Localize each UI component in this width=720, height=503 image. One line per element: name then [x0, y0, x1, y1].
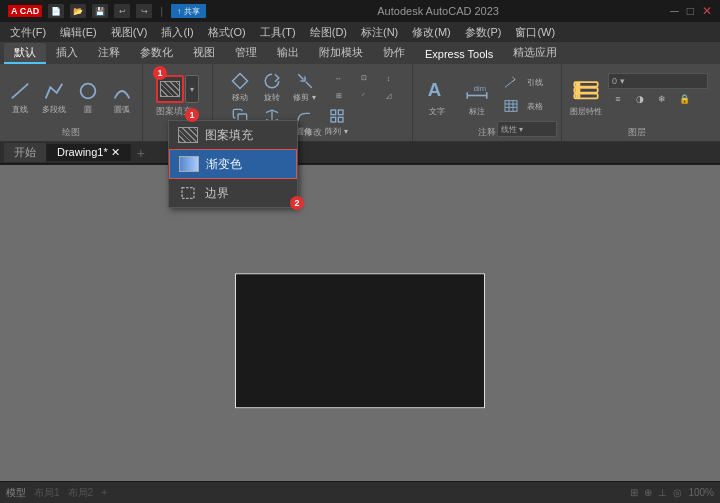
- hatch-fill-icon: [177, 126, 199, 144]
- cad-logo: A CAD: [8, 5, 42, 17]
- svg-rect-4: [338, 110, 343, 115]
- array-tool[interactable]: ⊞: [327, 88, 351, 105]
- tab-drawing1[interactable]: Drawing1* ✕: [47, 144, 131, 161]
- menu-params[interactable]: 参数(P): [459, 24, 508, 41]
- menu-format[interactable]: 格式(O): [202, 24, 252, 41]
- tab-manage[interactable]: 管理: [225, 43, 267, 64]
- tab-featured[interactable]: 精选应用: [503, 43, 567, 64]
- tab-start[interactable]: 开始: [4, 143, 47, 162]
- chamfer-tool[interactable]: ◿: [377, 88, 401, 105]
- tab-view[interactable]: 视图: [183, 43, 225, 64]
- tab-annotate[interactable]: 注释: [88, 43, 130, 64]
- table-tool[interactable]: [497, 95, 525, 117]
- gradient-icon: [178, 155, 200, 173]
- gradient-icon-visual: [179, 156, 199, 172]
- annotation-group-label: 注释: [478, 126, 496, 139]
- stretch-tool[interactable]: ↔: [327, 70, 351, 87]
- dropdown-hatch-fill[interactable]: 图案填充: [169, 121, 297, 149]
- table-label: 表格: [527, 101, 543, 112]
- menu-draw[interactable]: 绘图(D): [304, 24, 353, 41]
- dimension-tool[interactable]: dim 标注: [459, 69, 495, 121]
- linestyle-dropdown[interactable]: 线性 ▾: [497, 121, 557, 137]
- hatch-dropdown-arrow[interactable]: ▾: [185, 75, 199, 103]
- grid-toggle[interactable]: ⊞: [630, 487, 638, 498]
- match-layer-tool[interactable]: ≡: [608, 91, 628, 107]
- ribbon-panel: 直线 多段线 圆 圆弧: [0, 64, 720, 142]
- close-btn[interactable]: ✕: [702, 4, 712, 18]
- tab-addon[interactable]: 附加模块: [309, 43, 373, 64]
- badge-1-overlay: 1: [185, 108, 199, 122]
- ribbon-group-layers: 图层特性 0 ▾ ≡ ◑ ❄ 🔒 图层: [562, 64, 712, 141]
- status-icons: ⊞ ⊕ ⊥ ◎ 100%: [630, 487, 714, 498]
- add-layout-btn[interactable]: +: [101, 487, 107, 498]
- annotation-small-col: 引线 表格 线性 ▾: [497, 69, 557, 137]
- dropdown-boundary[interactable]: 边界: [169, 179, 297, 207]
- rotate-tool[interactable]: 旋转: [257, 69, 287, 105]
- modify-group-label: 修改: [304, 126, 322, 139]
- share-icon[interactable]: ↑ 共享: [171, 4, 206, 18]
- tab-default[interactable]: 默认: [4, 43, 46, 64]
- menu-tools[interactable]: 工具(T): [254, 24, 302, 41]
- fillet-tool[interactable]: ◜: [352, 88, 376, 105]
- doc-tab-bar: 开始 Drawing1* ✕ +: [0, 142, 720, 164]
- layers-group-label: 图层: [628, 126, 646, 139]
- lock-tool[interactable]: 🔒: [674, 91, 694, 107]
- new-tab-btn[interactable]: +: [131, 143, 151, 163]
- menu-file[interactable]: 文件(F): [4, 24, 52, 41]
- svg-point-23: [576, 94, 580, 98]
- save-icon[interactable]: 💾: [92, 4, 108, 18]
- hatch-pattern-icon: [160, 81, 180, 97]
- boundary-icon: [177, 184, 199, 202]
- tab-parametric[interactable]: 参数化: [130, 43, 183, 64]
- menu-window[interactable]: 窗口(W): [509, 24, 561, 41]
- share-label: 共享: [184, 6, 200, 17]
- leader-tool[interactable]: [497, 71, 525, 93]
- svg-point-1: [81, 83, 96, 98]
- menu-modify[interactable]: 修改(M): [406, 24, 457, 41]
- tab-express-tools[interactable]: Express Tools: [415, 46, 503, 64]
- menu-view[interactable]: 视图(V): [105, 24, 154, 41]
- minimize-btn[interactable]: ─: [670, 4, 679, 18]
- line-tool[interactable]: 直线: [4, 77, 36, 117]
- text-tool[interactable]: A 文字: [417, 69, 457, 121]
- layout1-tab[interactable]: 布局1: [34, 486, 60, 500]
- redo-icon[interactable]: ↪: [136, 4, 152, 18]
- svg-rect-13: [505, 101, 517, 112]
- polyline-tool[interactable]: 多段线: [38, 77, 70, 117]
- layout2-tab[interactable]: 布局2: [68, 486, 94, 500]
- tab-insert[interactable]: 插入: [46, 43, 88, 64]
- ortho-toggle[interactable]: ⊥: [658, 487, 667, 498]
- modify-small-top: ↔ ⊡ ↕ ⊞ ◜ ◿: [327, 70, 401, 105]
- scale-tool[interactable]: ⊡: [352, 70, 376, 87]
- trim-tool[interactable]: 修剪 ▾: [289, 69, 321, 105]
- maximize-btn[interactable]: □: [687, 4, 694, 18]
- layer-properties-tool[interactable]: 图层特性: [566, 69, 606, 121]
- polar-toggle[interactable]: ◎: [673, 487, 682, 498]
- move-tool[interactable]: 移动: [225, 69, 255, 105]
- new-icon[interactable]: 📄: [48, 4, 64, 18]
- undo-icon[interactable]: ↩: [114, 4, 130, 18]
- ribbon-group-draw: 直线 多段线 圆 圆弧: [0, 64, 143, 141]
- menu-insert[interactable]: 插入(I): [155, 24, 199, 41]
- gradient-label: 渐变色: [206, 156, 242, 173]
- tab-output[interactable]: 输出: [267, 43, 309, 64]
- layer-dropdown[interactable]: 0 ▾: [608, 73, 708, 89]
- leader-label: 引线: [527, 77, 543, 88]
- dropdown-gradient[interactable]: 渐变色: [169, 149, 297, 179]
- isolate-tool[interactable]: ◑: [630, 91, 650, 107]
- tab-collaborate[interactable]: 协作: [373, 43, 415, 64]
- stretch2-tool[interactable]: ↕: [377, 70, 401, 87]
- layer-tool-row: ≡ ◑ ❄ 🔒: [608, 91, 708, 107]
- dropdown-menu: 图案填充 渐变色 边界: [168, 120, 298, 208]
- title-bar: A CAD 📄 📂 💾 ↩ ↪ | ↑ 共享 Autodesk AutoCAD …: [0, 0, 720, 22]
- arc-tool[interactable]: 圆弧: [106, 77, 138, 117]
- menu-edit[interactable]: 编辑(E): [54, 24, 103, 41]
- circle-tool[interactable]: 圆: [72, 77, 104, 117]
- freeze-tool[interactable]: ❄: [652, 91, 672, 107]
- model-tab[interactable]: 模型: [6, 486, 26, 500]
- array2-tool[interactable]: 阵列 ▾: [321, 106, 353, 138]
- menu-dimension[interactable]: 标注(N): [355, 24, 404, 41]
- open-icon[interactable]: 📂: [70, 4, 86, 18]
- layer-icons-col: 图层特性: [566, 69, 606, 121]
- snap-toggle[interactable]: ⊕: [644, 487, 652, 498]
